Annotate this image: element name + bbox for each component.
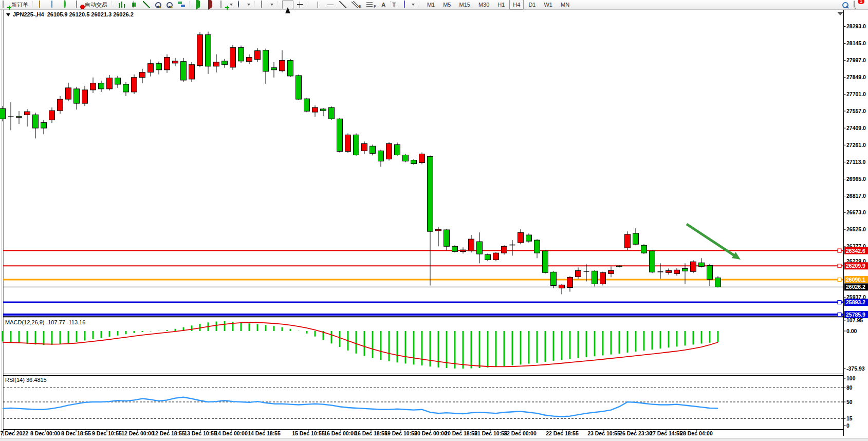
timeframe-w1-button[interactable]: W1	[540, 0, 556, 10]
svg-text:80: 80	[846, 384, 853, 391]
svg-text:20 Dec 18:55: 20 Dec 18:55	[445, 430, 477, 436]
symbol-period-label: JPN225-,H4	[13, 11, 44, 17]
templates-button[interactable]	[259, 0, 275, 9]
chart-shift-icon	[208, 1, 215, 8]
timeframe-h4-button[interactable]: H4	[509, 0, 524, 10]
svg-text:26673.0: 26673.0	[846, 209, 866, 215]
svg-text:26525.0: 26525.0	[846, 226, 866, 232]
shapes-tool-button[interactable]	[400, 0, 417, 9]
rsi-line	[3, 397, 718, 417]
chart-canvas[interactable]: 28293.028145.027997.027849.027701.027557…	[0, 0, 868, 441]
zoom-in-button[interactable]	[153, 0, 163, 9]
clock-icon	[238, 1, 245, 8]
macd-name: MACD(12,26,9)	[5, 319, 44, 325]
svg-text:27997.0: 27997.0	[846, 57, 866, 63]
trend-arrow-annotation[interactable]	[687, 224, 741, 260]
metaeditor-button[interactable]	[37, 0, 48, 9]
timeframe-m1-button[interactable]: M1	[423, 0, 438, 10]
cloud-icon	[51, 1, 59, 8]
svg-text:20 Dec 00:00: 20 Dec 00:00	[414, 430, 447, 436]
svg-text:26209.9: 26209.9	[846, 263, 865, 269]
line-chart-icon	[143, 1, 150, 8]
chart-shift-marker[interactable]	[837, 12, 843, 15]
trendline-tool-button[interactable]	[337, 0, 348, 9]
new-order-label: 新订单	[11, 1, 28, 9]
svg-text:15 Dec 10:55: 15 Dec 10:55	[292, 430, 325, 436]
svg-text:15: 15	[846, 415, 853, 421]
label-tool-button[interactable]: T	[389, 0, 399, 9]
vertical-line-icon	[315, 1, 322, 8]
channel-icon	[352, 1, 359, 8]
svg-text:14 Dec 00:00: 14 Dec 00:00	[215, 430, 248, 436]
equidistant-channel-tool-button[interactable]: E	[349, 0, 363, 9]
svg-text:27557.0: 27557.0	[846, 108, 866, 114]
rsi-value: 36.4815	[26, 377, 47, 383]
text-tool-button[interactable]: A	[379, 0, 387, 9]
svg-text:28 Dec 04:00: 28 Dec 04:00	[680, 430, 713, 436]
text-tool-icon: A	[381, 2, 385, 8]
horizontal-line-tool-button[interactable]	[325, 0, 336, 9]
cursor-tool-button[interactable]	[282, 0, 293, 9]
timeframe-m30-button[interactable]: M30	[475, 0, 493, 10]
tile-windows-button[interactable]	[176, 0, 187, 9]
svg-text:100: 100	[846, 375, 856, 381]
mql5-cloud-button[interactable]	[49, 0, 61, 9]
application-window: 新订单 自动交易 E F A T	[0, 0, 868, 441]
timeframe-mn-button[interactable]: MN	[557, 0, 573, 10]
separator	[112, 2, 114, 8]
timeframe-d1-button[interactable]: D1	[525, 0, 539, 10]
svg-text:27 Dec 14:55: 27 Dec 14:55	[650, 430, 682, 436]
timeframe-m5-button[interactable]: M5	[439, 0, 454, 10]
signals-button[interactable]	[62, 0, 73, 9]
new-chart-button[interactable]	[218, 0, 235, 9]
svg-text:25893.2: 25893.2	[846, 299, 865, 305]
svg-text:16 Dec 18:55: 16 Dec 18:55	[355, 430, 387, 436]
svg-text:12 Dec 18:55: 12 Dec 18:55	[152, 430, 185, 436]
macd-axis[interactable]: 107.950.00-375.93	[844, 317, 865, 372]
price-axis[interactable]: 28293.028145.027997.027849.027701.027557…	[844, 23, 866, 300]
svg-text:28145.0: 28145.0	[846, 40, 866, 46]
rsi-label: RSI(14) 36.4815	[5, 377, 47, 383]
timeframe-h1-button[interactable]: H1	[494, 0, 508, 10]
new-order-button[interactable]: 新订单	[1, 0, 30, 9]
timeframe-m15-button[interactable]: M15	[455, 0, 473, 10]
panel-borders	[2, 10, 844, 438]
svg-text:13 Dec 10:55: 13 Dec 10:55	[184, 430, 217, 436]
bar-chart-icon	[118, 1, 125, 8]
svg-text:12 Dec 00:00: 12 Dec 00:00	[121, 430, 154, 436]
separator	[308, 2, 310, 8]
autotrading-label: 自动交易	[85, 1, 107, 9]
symbol-dropdown-icon[interactable]	[6, 13, 10, 16]
chevron-down-icon	[230, 4, 233, 6]
macd-values: -107.77 -113.16	[46, 319, 85, 325]
separator	[278, 2, 280, 8]
auto-scroll-button[interactable]	[194, 0, 205, 9]
vertical-line-tool-button[interactable]	[312, 0, 324, 9]
svg-text:50: 50	[846, 399, 853, 405]
candlestick-chart-button[interactable]	[128, 0, 140, 9]
svg-text:26817.0: 26817.0	[846, 193, 866, 199]
template-icon	[261, 1, 268, 8]
line-chart-button[interactable]	[141, 0, 152, 9]
zoom-out-icon	[167, 2, 173, 8]
separator	[189, 2, 192, 8]
auto-scroll-icon	[196, 1, 203, 8]
notifications-button[interactable]: 1	[852, 0, 863, 9]
svg-text:27701.0: 27701.0	[846, 91, 866, 97]
search-button[interactable]	[840, 0, 851, 9]
rsi-axis[interactable]: 1008050150	[844, 375, 856, 429]
chart-shift-button[interactable]	[206, 0, 217, 9]
chevron-down-icon	[412, 4, 415, 6]
autotrading-button[interactable]: 自动交易	[74, 0, 109, 9]
svg-text:9 Dec 10:55: 9 Dec 10:55	[92, 430, 122, 436]
periodicity-button[interactable]	[236, 0, 252, 9]
fibonacci-tool-button[interactable]: F	[364, 0, 378, 9]
time-axis[interactable]: 7 Dec 20228 Dec 00:008 Dec 18:559 Dec 10…	[1, 430, 713, 437]
trendline-icon	[339, 1, 346, 8]
bar-chart-button[interactable]	[116, 0, 127, 9]
zoom-out-button[interactable]	[164, 0, 175, 9]
crosshair-tool-button[interactable]	[294, 0, 306, 9]
svg-text:26026.2: 26026.2	[846, 284, 865, 290]
fibonacci-icon	[366, 1, 374, 8]
svg-text:26 Dec 23:30: 26 Dec 23:30	[619, 430, 652, 436]
